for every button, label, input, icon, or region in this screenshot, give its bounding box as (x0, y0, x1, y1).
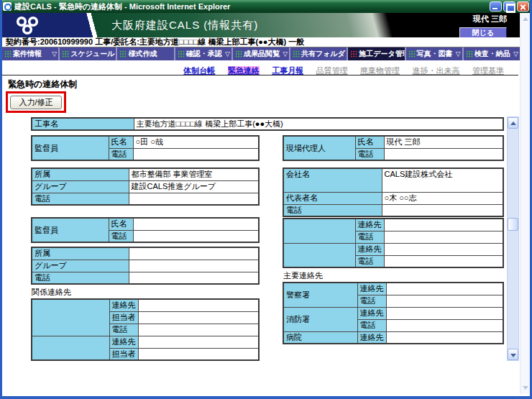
cell-label: 所属 (32, 168, 129, 180)
scroll-up-button[interactable] (508, 117, 518, 129)
section-label-kankei: 関係連絡先 (32, 287, 260, 298)
brand-strip (2, 13, 520, 37)
cell-label: 連絡先 (355, 219, 384, 231)
table-shozoku-1: 所属 都市整備部 事業管理室 グループ 建設CALS推進グループ 電話 (31, 168, 260, 206)
cell-value (138, 336, 259, 348)
table-kantokuin-2: 監督員 氏名 電話 (31, 217, 260, 243)
subnav-structure-register[interactable]: 体制台帳 (183, 66, 215, 75)
subnav-quality-control[interactable]: 品質管理 (316, 66, 348, 75)
annotation-highlight-box: 入力/修正 (6, 91, 66, 113)
user-area: 現代 三郎 閉じる (459, 14, 507, 37)
cell-value: 主要地方道□□□□線 橋梁上部工事(●●大橋) (134, 118, 503, 130)
subnav-emergency-contact[interactable]: 緊急連絡 (228, 66, 260, 75)
cell-value (386, 319, 503, 331)
cell-label: 会社名 (283, 168, 382, 192)
cell-value (129, 247, 259, 260)
subnav-waste-management[interactable]: 廃棄物管理 (360, 66, 400, 75)
menu-label: スケジュール (70, 49, 114, 59)
cell-value (384, 148, 503, 160)
main-menu-bar: 案件情報 ▽ スケジュール 様式作成 確認・承認 ▽ 成果品閲覧 ▽ (2, 47, 520, 60)
menu-label: 施工データ管理 (359, 49, 404, 59)
cell-value: ○木 ○○志 (382, 192, 503, 204)
table-shozoku-2: 所属 グループ 電話 (31, 247, 260, 285)
cell-value (386, 331, 503, 344)
cell-value (384, 231, 503, 243)
title-bar: 建設CALS - 緊急時の連絡体制 - Microsoft Internet E… (0, 0, 532, 13)
dropdown-caret-icon: ▽ (456, 50, 461, 58)
scroll-down-button[interactable] (508, 349, 518, 360)
cell-value (386, 295, 503, 307)
cell-value: CALS建設株式会社 (382, 168, 503, 192)
menu-item-deliverables[interactable]: 成果品閲覧 ▽ (233, 47, 289, 60)
cell-value (386, 307, 503, 319)
table-renrakusaki: 連絡先 電話 連絡先 電話 (283, 218, 504, 268)
table-kouji-name: 工事名 主要地方道□□□□線 橋梁上部工事(●●大橋) (31, 117, 504, 131)
browser-window: 建設CALS - 緊急時の連絡体制 - Microsoft Internet E… (0, 0, 532, 399)
scrollbar-thumb[interactable] (508, 218, 518, 231)
table-kantokuin-1: 監督員 氏名 ○田 ○哉 電話 (31, 135, 260, 161)
grid-icon (4, 50, 12, 58)
table-genba-dairinin: 現場代理人 氏名 現代 三郎 電話 (283, 135, 504, 161)
grid-icon (62, 50, 69, 58)
contract-info-line: 契約番号:200610999990 工事/委託名:主要地方道□□□□線 橋梁上部… (2, 37, 520, 47)
dropdown-caret-icon: ▽ (283, 50, 288, 58)
menu-label: 確認・承認 (186, 49, 222, 59)
cell-label: 電話 (357, 295, 386, 307)
subnav-monthly-report[interactable]: 工事月報 (272, 66, 303, 75)
cell-value (138, 299, 259, 311)
cell-label: 連絡先 (357, 307, 386, 319)
cell-label: 電話 (355, 148, 384, 160)
cell-value (133, 230, 259, 242)
cell-label: 氏名 (355, 136, 384, 148)
cell-value: ○田 ○哉 (133, 136, 259, 148)
cell-label: 電話 (355, 255, 384, 267)
app-title: 大阪府建設CALS (情報共有) (111, 19, 258, 32)
menu-item-form-creation[interactable]: 様式作成 (117, 47, 173, 60)
section-label-shuyou: 主要連絡先 (283, 270, 504, 281)
sub-menu-bar: 体制台帳 緊急連絡 工事月報 品質管理 廃棄物管理 進捗・出来高 管理基準 (2, 60, 520, 75)
form-area: 工事名 主要地方道□□□□線 橋梁上部工事(●●大橋) 監督員 氏名 ○田 ○哉 (2, 113, 520, 363)
page-scroll-up-icon[interactable] (523, 17, 528, 21)
cell-label: 電話 (109, 148, 133, 160)
page-scroll-down-icon[interactable] (523, 386, 528, 390)
cell-label: 氏名 (109, 136, 133, 148)
menu-label: 検査・納品 (474, 49, 510, 59)
dropdown-caret-icon: ▽ (513, 50, 518, 58)
close-window-button[interactable] (517, 1, 529, 12)
form-scrollbar[interactable] (507, 116, 519, 361)
grid-icon (178, 50, 185, 58)
cell-value (129, 272, 259, 284)
cell-group-label: 現場代理人 (283, 136, 355, 160)
menu-item-case-info[interactable]: 案件情報 ▽ (2, 47, 58, 60)
user-name: 現代 三郎 (459, 14, 507, 24)
menu-label: 写真・図書 (417, 49, 453, 59)
menu-item-inspection-delivery[interactable]: 検査・納品 ▽ (464, 47, 520, 60)
menu-label: 成果品閲覧 (244, 49, 280, 59)
cell-value (138, 348, 259, 360)
grid-icon (293, 50, 300, 58)
cell-group-label (283, 243, 355, 267)
menu-item-shared-folder[interactable]: 共有フォルダ (290, 47, 347, 60)
page-scrollbar[interactable] (520, 13, 530, 394)
app-close-button[interactable]: 閉じる (459, 27, 507, 37)
cell-label: 電話 (109, 230, 133, 242)
menu-item-construction-data[interactable]: 施工データ管理 ▽ (348, 47, 404, 60)
grid-icon (235, 50, 242, 58)
subnav-progress[interactable]: 進捗・出来高 (413, 66, 460, 75)
menu-label: 様式作成 (128, 49, 157, 59)
menu-item-schedule[interactable]: スケジュール (60, 47, 116, 60)
edit-button[interactable]: 入力/修正 (10, 96, 62, 109)
menu-item-approval[interactable]: 確認・承認 ▽ (175, 47, 231, 60)
cell-value: 建設CALS推進グループ (129, 180, 259, 193)
table-kaisha: 会社名 CALS建設株式会社 代表者名 ○木 ○○志 電話 (283, 168, 504, 217)
minimize-button[interactable] (490, 1, 502, 12)
cell-label: 工事名 (32, 118, 134, 130)
table-shuyou-renrakusaki: 警察署 連絡先 電話 消防署 連絡先 (283, 282, 504, 344)
form-columns: 監督員 氏名 ○田 ○哉 電話 所属 都市整備部 事業 (31, 131, 520, 361)
subnav-control-standard[interactable]: 管理基準 (472, 66, 504, 75)
menu-item-photos-documents[interactable]: 写真・図書 ▽ (406, 47, 462, 60)
page-title: 緊急時の連絡体制 (8, 78, 520, 91)
ie-page-icon (3, 2, 12, 11)
cell-label: グループ (32, 180, 129, 193)
maximize-button[interactable] (503, 1, 515, 12)
